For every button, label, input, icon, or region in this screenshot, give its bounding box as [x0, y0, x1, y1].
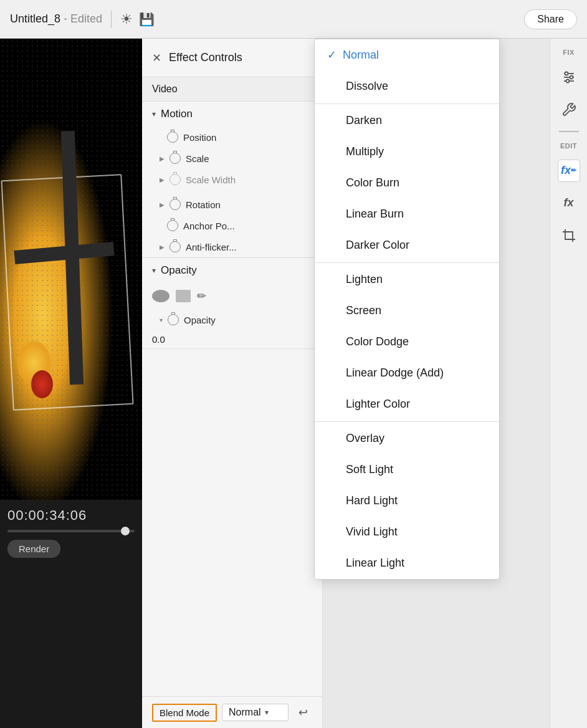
timeline-thumb[interactable] [121, 527, 130, 535]
render-button[interactable]: Render [7, 540, 60, 558]
dropdown-item-color-dodge[interactable]: Color Dodge [315, 327, 499, 358]
dropdown-item-label: Lighten [346, 273, 383, 286]
brightness-icon[interactable]: ☀ [120, 11, 133, 27]
svg-point-5 [566, 80, 569, 83]
dropdown-item-screen[interactable]: Screen [315, 295, 499, 327]
blend-mode-row: Blend Mode Normal ▾ ↩ [142, 696, 322, 728]
check-icon: ✓ [327, 48, 336, 62]
save-icon[interactable]: 💾 [139, 12, 155, 27]
blend-mode-dropdown[interactable]: Normal ▾ [222, 704, 289, 721]
rotation-label: Rotation [186, 199, 221, 210]
dropdown-item-overlay[interactable]: Overlay [315, 423, 499, 454]
anti-flicker-label: Anti-flicker... [186, 242, 237, 252]
scale-chevron-icon: ▶ [160, 155, 165, 162]
scale-width-stopwatch-icon[interactable] [169, 174, 181, 185]
dropdown-item-linear-dodge[interactable]: Linear Dodge (Add) [315, 358, 499, 389]
position-stopwatch-icon[interactable] [167, 132, 178, 143]
anchor-stopwatch-icon[interactable] [167, 220, 178, 231]
opacity-group: ▾ Opacity ✏ ▾ Opacity 0.0 [142, 258, 322, 349]
anchor-point-label: Anchor Po... [183, 221, 235, 231]
svg-point-4 [570, 76, 573, 79]
dropdown-item-label: Linear Burn [346, 208, 404, 221]
anti-flicker-item: ▶ Anti-flicker... [142, 236, 322, 257]
sliders-icon[interactable] [558, 66, 580, 89]
motion-group: ▾ Motion Position ▶ Scale ▶ Scale Width [142, 102, 322, 258]
rotation-item: ▶ Rotation [142, 194, 322, 215]
title-text: Untitled_8 [10, 12, 60, 25]
opacity-chevron-icon: ▾ [152, 266, 156, 275]
divider [111, 11, 112, 28]
undo-button[interactable]: ↩ [294, 703, 312, 722]
fx-button[interactable]: fx [558, 192, 580, 214]
effect-controls-title: Effect Controls [169, 51, 242, 64]
motion-group-header[interactable]: ▾ Motion [142, 102, 322, 127]
timeline-bar[interactable] [0, 527, 142, 535]
rotation-chevron-icon: ▶ [160, 201, 165, 208]
opacity-val-stopwatch-icon[interactable] [168, 314, 179, 325]
dropdown-item-darker-color[interactable]: Darker Color [315, 230, 499, 261]
dropdown-item-vivid-light[interactable]: Vivid Light [315, 517, 499, 548]
scale-item: ▶ Scale [142, 148, 322, 169]
effect-controls-panel: ✕ Effect Controls Video ▾ Motion Positio… [142, 39, 323, 728]
dropdown-item-label: Linear Dodge (Add) [346, 366, 444, 380]
top-bar: Untitled_8 - Edited ☀ 💾 Share [0, 0, 587, 39]
right-toolbar: FIX EDIT fx ✏ fx [550, 39, 587, 728]
crop-icon[interactable] [558, 224, 580, 247]
dropdown-item-linear-burn[interactable]: Linear Burn [315, 199, 499, 230]
fx-active-button[interactable]: fx ✏ [558, 160, 580, 182]
edited-label: Edited [70, 12, 102, 25]
scale-width-chevron-icon: ▶ [160, 176, 165, 183]
pen-tool-icon[interactable]: ✏ [197, 289, 206, 303]
dropdown-item-label: Color Dodge [346, 335, 409, 348]
dropdown-item-multiply[interactable]: Multiply [315, 136, 499, 168]
close-icon[interactable]: ✕ [152, 51, 161, 65]
anti-flicker-chevron-icon: ▶ [160, 244, 165, 251]
dropdown-item-label: Multiply [346, 145, 384, 158]
share-button[interactable]: Share [524, 9, 577, 29]
dropdown-item-label: Lighter Color [346, 398, 410, 411]
scale-stopwatch-icon[interactable] [169, 153, 181, 164]
motion-group-title: Motion [161, 108, 193, 120]
chevron-down-icon: ▾ [265, 708, 269, 717]
rotation-stopwatch-icon[interactable] [169, 199, 181, 210]
dropdown-item-label: Soft Light [346, 463, 393, 476]
dropdown-item-label: Normal [343, 49, 379, 62]
dropdown-item-dissolve[interactable]: Dissolve [315, 71, 499, 102]
dropdown-item-hard-light[interactable]: Hard Light [315, 486, 499, 517]
svg-point-3 [565, 72, 568, 75]
anchor-point-item: Anchor Po... [142, 215, 322, 236]
dropdown-item-darken[interactable]: Darken [315, 105, 499, 136]
scale-width-item: ▶ Scale Width [142, 169, 322, 190]
circle-tool-icon[interactable] [152, 290, 169, 302]
anti-flicker-stopwatch-icon[interactable] [169, 241, 181, 252]
dropdown-item-lighter-color[interactable]: Lighter Color [315, 389, 499, 420]
dropdown-divider-3 [315, 421, 499, 422]
dropdown-item-linear-light[interactable]: Linear Light [315, 548, 499, 579]
dropdown-item-lighten[interactable]: Lighten [315, 264, 499, 295]
scale-width-label: Scale Width [186, 175, 236, 185]
position-item: Position [142, 127, 322, 148]
opacity-val-chevron-icon: ▾ [160, 317, 163, 323]
opacity-group-header[interactable]: ▾ Opacity [142, 258, 322, 283]
preview-image [0, 39, 142, 500]
dropdown-item-label: Screen [346, 304, 381, 317]
dropdown-item-color-burn[interactable]: Color Burn [315, 168, 499, 199]
preview-panel: 00:00:34:06 Render [0, 39, 142, 728]
timecode: 00:00:34:06 [0, 500, 142, 527]
app-title: Untitled_8 - Edited [10, 12, 102, 26]
dropdown-item-normal[interactable]: ✓ Normal [315, 39, 499, 71]
opacity-number-display: 0.0 [142, 330, 322, 348]
main-layout: 00:00:34:06 Render ✕ Effect Controls Vid… [0, 39, 587, 728]
dropdown-item-label: Hard Light [346, 494, 398, 507]
dropdown-item-label: Color Burn [346, 176, 399, 189]
effect-controls-header: ✕ Effect Controls [142, 39, 322, 77]
dropdown-item-label: Darken [346, 114, 382, 127]
dropdown-item-label: Overlay [346, 432, 384, 445]
fix-label: FIX [563, 49, 575, 56]
tools-icon[interactable] [558, 98, 580, 121]
dropdown-item-soft-light[interactable]: Soft Light [315, 454, 499, 486]
square-tool-icon[interactable] [176, 290, 191, 302]
timeline-track[interactable] [7, 530, 135, 532]
opacity-value-item: ▾ Opacity [142, 309, 322, 330]
opacity-value-label: Opacity [184, 315, 216, 325]
